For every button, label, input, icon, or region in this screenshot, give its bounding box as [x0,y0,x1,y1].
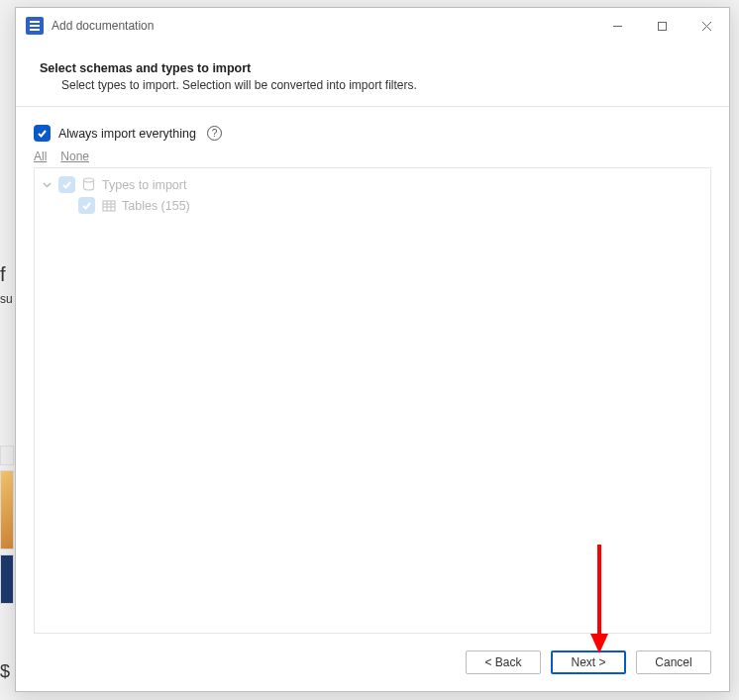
tree-child-row[interactable]: Tables (155) [35,195,710,216]
wizard-header: Select schemas and types to import Selec… [16,44,729,107]
window-title: Add documentation [52,19,154,33]
titlebar: Add documentation [16,8,729,44]
root-checkbox [58,176,75,193]
close-button[interactable] [685,8,729,44]
content-area: Always import everything ? All None Type… [16,107,729,644]
help-icon[interactable]: ? [207,126,222,141]
maximize-button[interactable] [640,8,685,44]
select-none-link[interactable]: None [60,150,89,163]
svg-rect-5 [103,201,115,211]
chevron-down-icon[interactable] [41,180,53,189]
database-icon [81,177,96,192]
tree-root-row[interactable]: Types to import [35,174,710,195]
wizard-buttons: < Back Next > Cancel [16,644,729,691]
always-import-row: Always import everything ? [34,125,711,142]
tree-child-label: Tables (155) [122,199,190,213]
select-links: All None [34,150,711,163]
always-import-label: Always import everything [58,127,196,141]
app-icon [26,17,44,35]
minimize-button[interactable] [595,8,640,44]
types-tree: Types to import Tables (155) [34,167,711,634]
tree-root-label: Types to import [102,178,186,192]
window-controls [595,8,729,44]
svg-point-4 [84,178,94,182]
page-title: Select schemas and types to import [40,61,705,75]
always-import-checkbox[interactable] [34,125,51,142]
add-documentation-dialog: Add documentation Select schemas and typ… [15,7,730,692]
select-all-link[interactable]: All [34,150,47,163]
svg-rect-1 [659,22,667,30]
cancel-button[interactable]: Cancel [636,650,711,674]
back-button[interactable]: < Back [466,650,541,674]
next-button[interactable]: Next > [551,650,626,674]
table-icon [101,198,116,213]
page-subtitle: Select types to import. Selection will b… [40,78,705,92]
child-checkbox [78,197,95,214]
